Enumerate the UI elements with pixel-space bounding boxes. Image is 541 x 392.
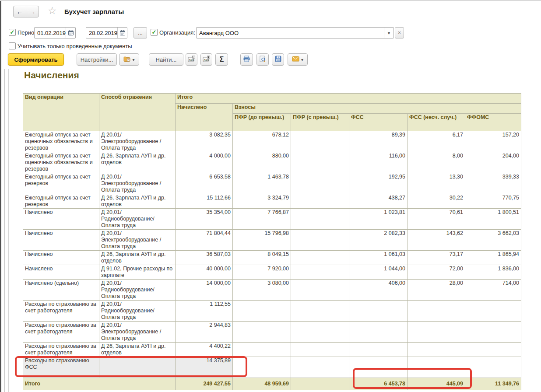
period-to-field[interactable]: 28.02.2019 xyxy=(86,27,127,38)
cell-fss[interactable]: 116,00 xyxy=(349,152,408,173)
col-header-fss[interactable]: ФСС xyxy=(349,114,408,131)
cell-fss[interactable]: 1 061,03 xyxy=(349,251,408,265)
cell-ffoms[interactable] xyxy=(465,322,521,343)
cell-accrued[interactable]: 35 354,00 xyxy=(176,209,233,230)
cell-pfr-over[interactable] xyxy=(291,131,349,152)
cell-fss[interactable]: 2 082,33 xyxy=(349,230,408,251)
cell-ffoms[interactable]: 204,00 xyxy=(465,152,521,173)
settings-button[interactable]: Настройки... xyxy=(77,53,117,66)
cell-accrued[interactable]: 15 112,66 xyxy=(176,194,233,209)
col-header-operation[interactable]: Вид операции xyxy=(23,94,99,131)
cell-method[interactable]: Д 20,01/ Электрооборудование / Оплата тр… xyxy=(99,173,176,194)
period-from-field[interactable]: 01.02.2019 xyxy=(34,27,76,38)
cell-method[interactable]: Д 20,01/ Радиооборудование/ Оплата труда xyxy=(99,280,176,301)
period-from-value[interactable]: 01.02.2019 xyxy=(35,30,66,36)
cell-fss[interactable] xyxy=(349,357,408,378)
cell-method[interactable] xyxy=(99,357,176,378)
cell-fss-acc[interactable] xyxy=(408,322,465,343)
period-checkbox[interactable]: ✓ xyxy=(9,29,16,36)
cell-pfr-under[interactable]: 7 920,00 xyxy=(233,265,291,280)
cell-fss-acc[interactable]: 6,17 xyxy=(408,131,465,152)
period-to-value[interactable]: 28.02.2019 xyxy=(86,30,117,36)
cell-fss-acc[interactable]: 70,61 xyxy=(408,209,465,230)
cell-operation[interactable]: Расходы по страхованию за счет работодат… xyxy=(23,343,99,357)
cell-ffoms[interactable]: 157,20 xyxy=(465,131,521,152)
totals-fss-acc[interactable]: 445,09 xyxy=(408,378,465,390)
cell-ffoms[interactable] xyxy=(465,343,521,357)
cell-pfr-over[interactable] xyxy=(291,152,349,173)
cell-fss-acc[interactable]: 28,00 xyxy=(408,280,465,301)
col-header-ffoms[interactable]: ФФОМС xyxy=(465,114,521,131)
cell-fss[interactable]: 192,95 xyxy=(349,173,408,194)
cell-pfr-under[interactable]: 3 080,00 xyxy=(233,280,291,301)
cell-pfr-over[interactable] xyxy=(291,194,349,209)
cell-ffoms[interactable]: 714,00 xyxy=(465,280,521,301)
print-button[interactable] xyxy=(240,53,253,66)
cell-pfr-over[interactable] xyxy=(291,280,349,301)
cell-accrued[interactable]: 36 587,03 xyxy=(176,251,233,265)
expand-groups-button[interactable]: ABC xyxy=(200,53,212,66)
cell-fss-acc[interactable] xyxy=(408,301,465,322)
find-button[interactable]: Найти... xyxy=(149,53,183,66)
totals-pfr-over[interactable] xyxy=(291,378,349,390)
cell-pfr-under[interactable]: 7 766,87 xyxy=(233,209,291,230)
forward-button[interactable]: → xyxy=(26,6,39,17)
cell-pfr-over[interactable] xyxy=(291,357,349,378)
collapse-groups-button[interactable]: ABC xyxy=(186,53,197,66)
cell-fss[interactable]: 89,39 xyxy=(349,131,408,152)
cell-fss-acc[interactable]: 72,00 xyxy=(408,265,465,280)
cell-pfr-over[interactable] xyxy=(291,265,349,280)
cell-method[interactable]: Д 26, Зарплата АУП и др. отделов xyxy=(99,251,176,265)
send-email-button[interactable]: ▾ xyxy=(288,53,308,66)
cell-fss-acc[interactable]: 143,62 xyxy=(408,230,465,251)
totals-label[interactable]: Итого xyxy=(23,378,176,390)
cell-method[interactable]: Д 26, Зарплата АУП и др. отделов xyxy=(99,152,176,173)
cell-pfr-under[interactable] xyxy=(233,343,291,357)
cell-fss-acc[interactable]: 73,17 xyxy=(408,251,465,265)
cell-operation[interactable]: Ежегодный отпуск за счет оценочных обяза… xyxy=(23,131,99,152)
totals-ffoms[interactable]: 11 349,76 xyxy=(465,378,521,390)
cell-fss[interactable] xyxy=(349,322,408,343)
cell-pfr-over[interactable] xyxy=(291,322,349,343)
cell-ffoms[interactable]: 1 800,51 xyxy=(465,209,521,230)
cell-ffoms[interactable]: 339,33 xyxy=(465,173,521,194)
period-more-button[interactable]: ... xyxy=(133,27,147,38)
back-button[interactable]: ← xyxy=(14,6,26,17)
cell-pfr-under[interactable]: 1 463,78 xyxy=(233,173,291,194)
cell-operation[interactable]: Начислено (сдельно) xyxy=(23,280,99,301)
col-header-pfr-over[interactable]: ПФР (с превыш.) xyxy=(291,114,349,131)
cell-pfr-under[interactable] xyxy=(233,301,291,322)
cell-ffoms[interactable] xyxy=(465,357,521,378)
col-header-fss-acc[interactable]: ФСС (несч. случ.) xyxy=(408,114,465,131)
cell-fss-acc[interactable] xyxy=(408,343,465,357)
cell-operation[interactable]: Расходы по страхованию за счет работодат… xyxy=(23,322,99,343)
cell-operation[interactable]: Начислено xyxy=(23,209,99,230)
cell-fss-acc[interactable]: 30,22 xyxy=(408,194,465,209)
cell-accrued[interactable]: 4 000,00 xyxy=(176,152,233,173)
cell-accrued[interactable]: 6 653,58 xyxy=(176,173,233,194)
cell-method[interactable]: Д 26, Зарплата АУП и др. отделов xyxy=(99,194,176,209)
cell-pfr-over[interactable] xyxy=(291,230,349,251)
cell-fss[interactable]: 1 044,00 xyxy=(349,265,408,280)
cell-pfr-under[interactable]: 8 049,15 xyxy=(233,251,291,265)
cell-method[interactable]: Д 20,01/ Электрооборудование / Оплата тр… xyxy=(99,322,176,343)
preview-button[interactable] xyxy=(256,53,269,66)
cell-ffoms[interactable]: 1 836,00 xyxy=(465,265,521,280)
calendar-icon[interactable] xyxy=(117,28,127,38)
cell-fss[interactable] xyxy=(349,343,408,357)
calendar-icon[interactable] xyxy=(66,28,75,38)
col-header-contributions[interactable]: Взносы xyxy=(233,104,521,114)
cell-pfr-under[interactable]: 880,00 xyxy=(233,152,291,173)
report-variants-button[interactable]: ▾ xyxy=(119,53,139,66)
chevron-down-icon[interactable]: ▾ xyxy=(384,28,393,38)
cell-pfr-under[interactable]: 678,12 xyxy=(233,131,291,152)
organization-clear-button[interactable]: × xyxy=(395,27,404,38)
save-button[interactable] xyxy=(272,53,284,66)
cell-fss-acc[interactable]: 13,30 xyxy=(408,173,465,194)
cell-ffoms[interactable]: 3 662,03 xyxy=(465,230,521,251)
cell-pfr-under[interactable] xyxy=(233,322,291,343)
col-header-total[interactable]: Итого xyxy=(176,94,521,104)
cell-fss-acc[interactable] xyxy=(408,357,465,378)
col-header-method[interactable]: Способ отражения xyxy=(99,94,176,131)
posted-only-checkbox[interactable] xyxy=(9,42,16,49)
